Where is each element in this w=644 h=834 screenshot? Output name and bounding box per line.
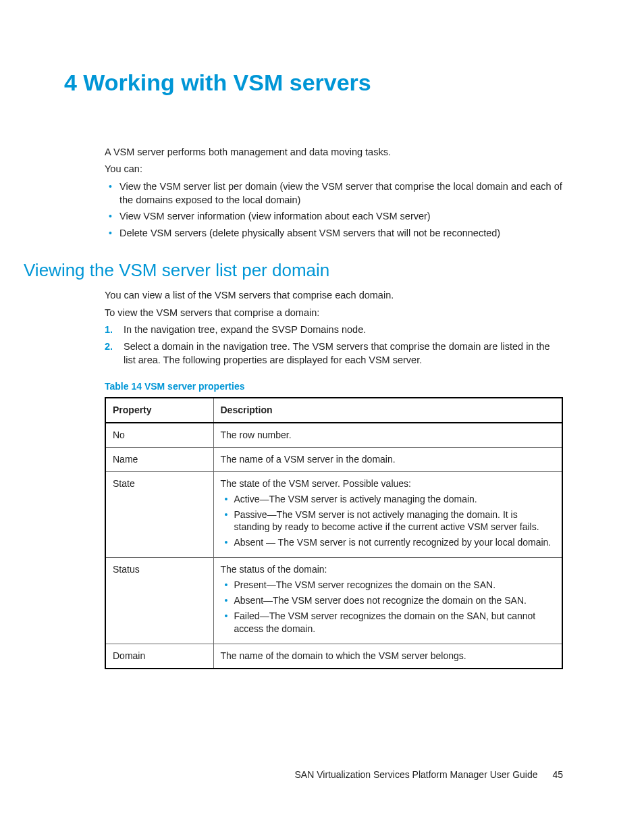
section-paragraph: To view the VSM servers that comprise a … (105, 307, 563, 320)
table-header-property: Property (105, 398, 213, 423)
table-cell-description: The name of a VSM server in the domain. (213, 447, 562, 471)
steps-list: 1.In the navigation tree, expand the SVS… (105, 323, 563, 367)
step-number: 1. (105, 323, 113, 337)
table-cell-description: The name of the domain to which the VSM … (213, 644, 562, 668)
table-cell-property: Domain (105, 644, 213, 668)
table-cell-description: The state of the VSM server. Possible va… (213, 471, 562, 557)
list-item: Failed—The VSM server recognizes the dom… (221, 610, 556, 635)
list-item: Present—The VSM server recognizes the do… (221, 579, 556, 592)
list-item: View the VSM server list per domain (vie… (105, 180, 563, 207)
list-item: Delete VSM servers (delete physically ab… (105, 227, 563, 240)
list-item: Absent — The VSM server is not currently… (221, 536, 556, 549)
vsm-properties-table: Property Description No The row number. … (105, 397, 563, 669)
table-row: No The row number. (105, 423, 562, 447)
list-item: Active—The VSM server is actively managi… (221, 493, 556, 506)
cell-lead-text: The status of the domain: (221, 564, 327, 575)
table-cell-description: The status of the domain: Present—The VS… (213, 558, 562, 644)
table-header-description: Description (213, 398, 562, 423)
table-row: Name The name of a VSM server in the dom… (105, 447, 562, 471)
table-caption: Table 14 VSM server properties (105, 380, 563, 393)
table-cell-property: Name (105, 447, 213, 471)
step-text: Select a domain in the navigation tree. … (124, 341, 550, 365)
table-cell-property: State (105, 471, 213, 557)
table-cell-property: Status (105, 558, 213, 644)
list-item: 1.In the navigation tree, expand the SVS… (105, 323, 563, 337)
list-item: Passive—The VSM server is not actively m… (221, 509, 556, 534)
cell-lead-text: The state of the VSM server. Possible va… (221, 478, 411, 489)
table-row: State The state of the VSM server. Possi… (105, 471, 562, 557)
page-number: 45 (552, 769, 563, 780)
intro-paragraph-1: A VSM server performs both management an… (105, 146, 563, 159)
step-text: In the navigation tree, expand the SVSP … (124, 324, 366, 335)
intro-bullet-list: View the VSM server list per domain (vie… (105, 180, 563, 240)
section-paragraph: You can view a list of the VSM servers t… (105, 289, 563, 303)
chapter-heading: 4 Working with VSM servers (64, 68, 563, 99)
list-item: 2.Select a domain in the navigation tree… (105, 340, 563, 367)
table-cell-property: No (105, 423, 213, 447)
intro-paragraph-2: You can: (105, 163, 563, 176)
table-row: Status The status of the domain: Present… (105, 558, 562, 644)
table-row: Domain The name of the domain to which t… (105, 644, 562, 668)
table-cell-description: The row number. (213, 423, 562, 447)
footer-title: SAN Virtualization Services Platform Man… (295, 769, 538, 780)
list-item: Absent—The VSM server does not recognize… (221, 594, 556, 607)
list-item: View VSM server information (view inform… (105, 210, 563, 224)
page-footer: SAN Virtualization Services Platform Man… (0, 768, 644, 781)
step-number: 2. (105, 340, 113, 354)
section-heading: Viewing the VSM server list per domain (24, 259, 563, 282)
